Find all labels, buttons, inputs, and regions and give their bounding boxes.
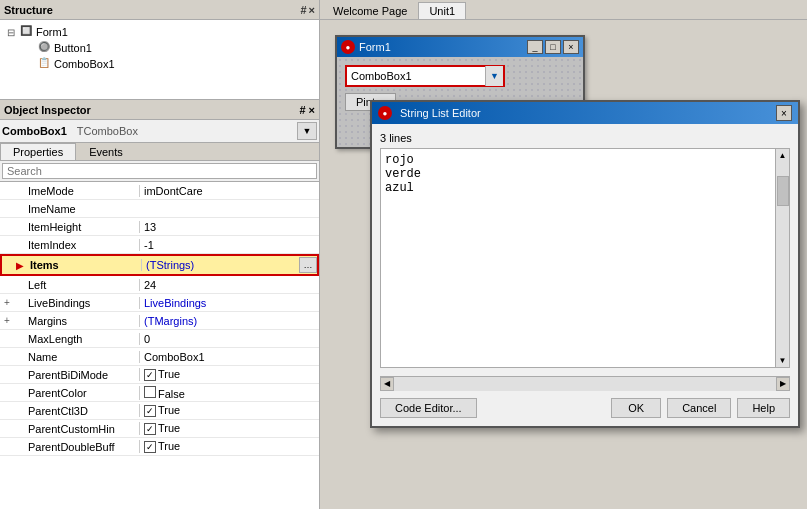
prop-name-parentdoublebuff: ParentDoubleBuff xyxy=(24,441,139,453)
prop-row-imename: ImeName xyxy=(0,200,319,218)
dialog-textarea-wrap: rojo verde azul ▲ ▼ xyxy=(380,148,790,368)
prop-row-left: Left 24 xyxy=(0,276,319,294)
prop-value-left[interactable]: 24 xyxy=(139,279,319,291)
prop-value-parentcustomhin[interactable]: ✓True xyxy=(139,422,319,435)
oi-tabs: Properties Events xyxy=(0,143,319,161)
form-app-icon: ● xyxy=(341,40,355,54)
prop-value-margins[interactable]: (TMargins) xyxy=(139,315,319,327)
hscrollbar-left-button[interactable]: ◀ xyxy=(380,377,394,391)
search-input[interactable] xyxy=(2,163,317,179)
prop-name-name: Name xyxy=(24,351,139,363)
prop-value-itemheight[interactable]: 13 xyxy=(139,221,319,233)
prop-value-imemode[interactable]: imDontCare xyxy=(139,185,319,197)
structure-toolbar: # × xyxy=(300,4,315,16)
minimize-button[interactable]: _ xyxy=(527,40,543,54)
prop-row-itemindex: ItemIndex -1 xyxy=(0,236,319,254)
prop-row-parentdoublebuff: ParentDoubleBuff ✓True xyxy=(0,438,319,456)
scrollbar-down-arrow[interactable]: ▼ xyxy=(779,354,787,367)
structure-close-icon[interactable]: × xyxy=(309,4,315,16)
structure-tree: ⊟ 🔲 Form1 🔘 Button1 📋 ComboBox1 xyxy=(0,20,319,100)
dialog-textarea[interactable]: rojo verde azul xyxy=(381,149,775,367)
items-edit-button[interactable]: … xyxy=(299,257,317,273)
combobox-dropdown-button[interactable]: ▼ xyxy=(485,66,503,86)
hscrollbar-right-button[interactable]: ▶ xyxy=(776,377,790,391)
checkbox-parentbidimode[interactable]: ✓ xyxy=(144,369,156,381)
checkbox-parentctl3d[interactable]: ✓ xyxy=(144,405,156,417)
oi-search-bar xyxy=(0,161,319,182)
prop-value-maxlength[interactable]: 0 xyxy=(139,333,319,345)
dialog-vertical-scrollbar[interactable]: ▲ ▼ xyxy=(775,149,789,367)
prop-name-left: Left xyxy=(24,279,139,291)
oi-dropdown-button[interactable]: ▼ xyxy=(297,122,317,140)
prop-name-itemheight: ItemHeight xyxy=(24,221,139,233)
prop-row-imemode: ImeMode imDontCare xyxy=(0,182,319,200)
tree-item-form1[interactable]: ⊟ 🔲 Form1 xyxy=(2,24,317,40)
code-editor-button[interactable]: Code Editor... xyxy=(380,398,477,418)
dialog-lines-label: 3 lines xyxy=(380,132,790,144)
prop-value-livebindings[interactable]: LiveBindings xyxy=(139,297,319,309)
oi-pin-icon[interactable]: # xyxy=(299,104,305,116)
prop-value-name[interactable]: ComboBox1 xyxy=(139,351,319,363)
combobox-control[interactable]: ComboBox1 ▼ xyxy=(345,65,505,87)
help-button[interactable]: Help xyxy=(737,398,790,418)
dialog-close-button[interactable]: × xyxy=(776,105,792,121)
dialog-body: 3 lines rojo verde azul ▲ ▼ ◀ ▶ Code Edi… xyxy=(372,124,798,426)
dialog-title: String List Editor xyxy=(400,107,481,119)
prop-row-parentcustomhin: ParentCustomHin ✓True xyxy=(0,420,319,438)
prop-value-parentbidimode[interactable]: ✓True xyxy=(139,368,319,381)
prop-value-parentctl3d[interactable]: ✓True xyxy=(139,404,319,417)
dialog-horizontal-scrollbar[interactable]: ◀ ▶ xyxy=(380,376,790,390)
combobox-icon: 📋 xyxy=(36,57,52,71)
form-icon: 🔲 xyxy=(18,25,34,39)
tab-events[interactable]: Events xyxy=(76,143,136,160)
prop-name-parentcolor: ParentColor xyxy=(24,387,139,399)
form-titlebar: ● Form1 _ □ × xyxy=(337,37,583,57)
properties-grid: ImeMode imDontCare ImeName ItemHeight 13… xyxy=(0,182,319,509)
form-preview-area: ● Form1 _ □ × ComboBox1 ▼ Pintar xyxy=(320,20,807,509)
prop-value-itemindex[interactable]: -1 xyxy=(139,239,319,251)
tree-item-combobox1[interactable]: 📋 ComboBox1 xyxy=(2,56,317,72)
dialog-titlebar: ● String List Editor × xyxy=(372,102,798,124)
oi-close-icon[interactable]: × xyxy=(309,104,315,116)
expand-icon[interactable]: ⊟ xyxy=(4,27,18,38)
string-list-editor-dialog: ● String List Editor × 3 lines rojo verd… xyxy=(370,100,800,428)
maximize-button[interactable]: □ xyxy=(545,40,561,54)
prop-value-parentdoublebuff[interactable]: ✓True xyxy=(139,440,319,453)
tree-item-button1[interactable]: 🔘 Button1 xyxy=(2,40,317,56)
structure-header: Structure # × xyxy=(0,0,319,20)
oi-selected-object: ComboBox1 xyxy=(2,125,67,137)
right-panel: Welcome Page Unit1 ● Form1 _ □ × ComboBo… xyxy=(320,0,807,509)
form-title: Form1 xyxy=(359,41,391,53)
cancel-button[interactable]: Cancel xyxy=(667,398,731,418)
prop-row-margins: + Margins (TMargins) xyxy=(0,312,319,330)
prop-name-parentcustomhin: ParentCustomHin xyxy=(24,423,139,435)
hscrollbar-track xyxy=(394,377,776,391)
checkbox-parentcolor[interactable] xyxy=(144,386,156,398)
prop-row-parentcolor: ParentColor False xyxy=(0,384,319,402)
prop-name-imename: ImeName xyxy=(24,203,139,215)
prop-row-itemheight: ItemHeight 13 xyxy=(0,218,319,236)
dialog-footer: Code Editor... OK Cancel Help xyxy=(380,398,790,418)
prop-name-maxlength: MaxLength xyxy=(24,333,139,345)
combobox-text: ComboBox1 xyxy=(347,70,485,82)
left-panel: Structure # × ⊟ 🔲 Form1 🔘 Button1 📋 Comb… xyxy=(0,0,320,509)
tab-bar: Welcome Page Unit1 xyxy=(320,0,807,20)
form-titlebar-buttons: _ □ × xyxy=(527,40,579,54)
close-button[interactable]: × xyxy=(563,40,579,54)
prop-row-parentctl3d: ParentCtl3D ✓True xyxy=(0,402,319,420)
scrollbar-up-arrow[interactable]: ▲ xyxy=(779,149,787,162)
prop-value-items[interactable]: (TStrings) xyxy=(141,259,299,271)
structure-title: Structure xyxy=(4,4,53,16)
structure-pin-icon[interactable]: # xyxy=(300,4,306,16)
scrollbar-thumb[interactable] xyxy=(777,176,789,206)
tab-properties[interactable]: Properties xyxy=(0,143,76,160)
checkbox-parentdoublebuff[interactable]: ✓ xyxy=(144,441,156,453)
checkbox-parentcustomhin[interactable]: ✓ xyxy=(144,423,156,435)
tree-label-button1: Button1 xyxy=(54,42,92,54)
prop-value-parentcolor[interactable]: False xyxy=(139,386,319,400)
prop-name-parentbidimode: ParentBiDiMode xyxy=(24,369,139,381)
tab-unit1[interactable]: Unit1 xyxy=(418,2,466,19)
ok-button[interactable]: OK xyxy=(611,398,661,418)
tab-welcome-page[interactable]: Welcome Page xyxy=(322,2,418,19)
prop-row-parentbidimode: ParentBiDiMode ✓True xyxy=(0,366,319,384)
